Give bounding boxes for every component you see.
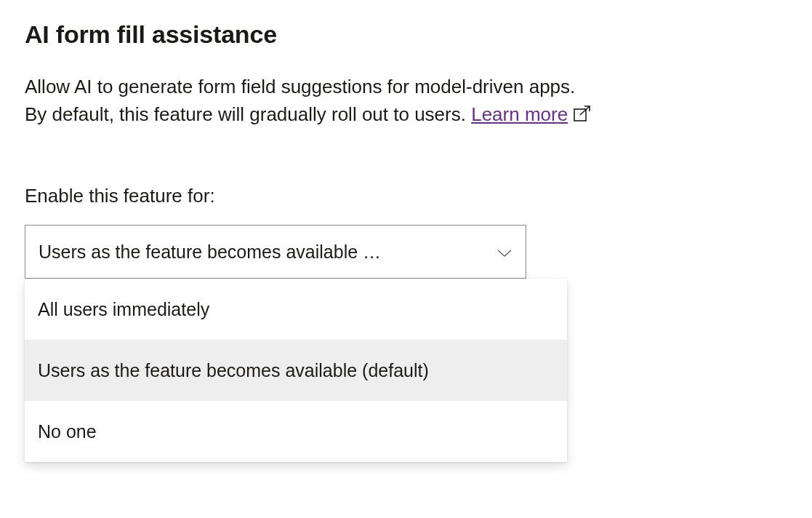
- enable-feature-label: Enable this feature for:: [25, 185, 787, 207]
- chevron-down-icon: [497, 242, 512, 263]
- enable-feature-dropdown: All users immediately Users as the featu…: [25, 279, 567, 462]
- description-line-1: Allow AI to generate form field suggesti…: [25, 73, 781, 101]
- section-description: Allow AI to generate form field suggesti…: [25, 73, 781, 128]
- option-users-as-feature-becomes-available[interactable]: Users as the feature becomes available (…: [25, 340, 567, 401]
- enable-feature-combo-wrap: Users as the feature becomes available ……: [25, 225, 526, 279]
- option-all-users-immediately[interactable]: All users immediately: [25, 279, 567, 340]
- description-line-2: By default, this feature will gradually …: [25, 101, 781, 129]
- option-no-one[interactable]: No one: [25, 401, 567, 462]
- enable-feature-field: Enable this feature for: Users as the fe…: [25, 185, 787, 279]
- description-line-2-text: By default, this feature will gradually …: [25, 103, 471, 125]
- enable-feature-combobox[interactable]: Users as the feature becomes available …: [25, 225, 526, 279]
- svg-line-1: [580, 106, 590, 115]
- learn-more-link[interactable]: Learn more: [471, 103, 568, 125]
- external-link-icon: [574, 102, 591, 130]
- section-title: AI form fill assistance: [25, 20, 787, 49]
- enable-feature-selected-text: Users as the feature becomes available …: [39, 242, 381, 263]
